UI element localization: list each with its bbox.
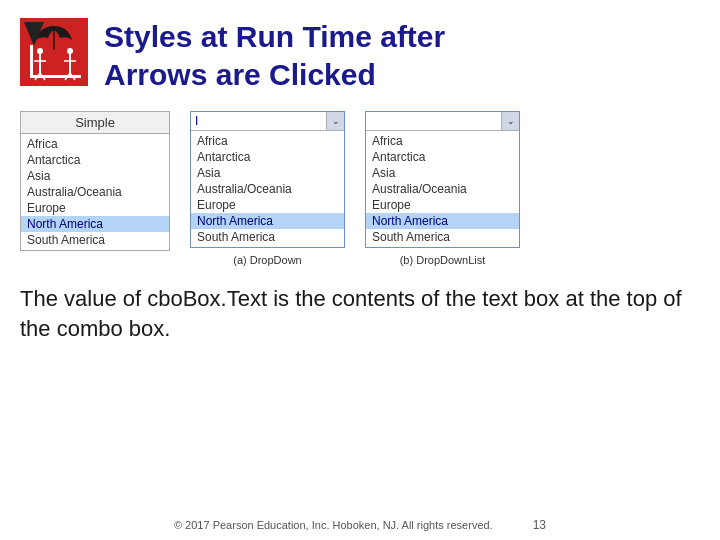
list-item[interactable]: South America [191, 229, 344, 245]
dropdown-text[interactable]: I [191, 112, 326, 130]
dropdown-caption: (a) DropDown [233, 254, 301, 266]
dropdown-arrow-button[interactable]: ⌄ [326, 112, 344, 130]
description-text: The value of cboBox.Text is the contents… [20, 284, 690, 343]
dropdownlist-header: ⌄ [366, 112, 519, 131]
list-item[interactable]: Australia/Oceania [191, 181, 344, 197]
list-item[interactable]: Australia/Oceania [366, 181, 519, 197]
demo-area: Simple Africa Antarctica Asia Australia/… [0, 111, 720, 266]
simple-list: Africa Antarctica Asia Australia/Oceania… [21, 134, 169, 250]
list-item[interactable]: South America [21, 232, 169, 248]
list-item[interactable]: Asia [191, 165, 344, 181]
list-item[interactable]: Africa [21, 136, 169, 152]
list-item[interactable]: South America [366, 229, 519, 245]
dropdownlist-caption: (b) DropDownList [400, 254, 486, 266]
list-item[interactable]: Asia [21, 168, 169, 184]
page-number: 13 [533, 518, 546, 532]
dropdown: I ⌄ Africa Antarctica Asia Australia/Oce… [190, 111, 345, 248]
list-item[interactable]: Asia [366, 165, 519, 181]
dropdown-header: I ⌄ [191, 112, 344, 131]
simple-listbox-header: Simple [21, 112, 169, 134]
list-item-selected[interactable]: North America [21, 216, 169, 232]
dropdownlist-arrow-button[interactable]: ⌄ [501, 112, 519, 130]
list-item[interactable]: Africa [366, 133, 519, 149]
list-item[interactable]: Antarctica [191, 149, 344, 165]
dropdownlist-spacer [366, 112, 501, 130]
dropdownlist-col: ⌄ Africa Antarctica Asia Australia/Ocean… [365, 111, 520, 266]
header: Styles at Run Time after Arrows are Clic… [0, 0, 720, 103]
dropdown-col: I ⌄ Africa Antarctica Asia Australia/Oce… [190, 111, 345, 266]
list-item-selected[interactable]: North America [366, 213, 519, 229]
list-item[interactable]: Antarctica [366, 149, 519, 165]
list-item[interactable]: Antarctica [21, 152, 169, 168]
dropdownlist-list: Africa Antarctica Asia Australia/Oceania… [366, 131, 519, 247]
list-item-selected[interactable]: North America [191, 213, 344, 229]
list-item[interactable]: Europe [366, 197, 519, 213]
list-item[interactable]: Australia/Oceania [21, 184, 169, 200]
list-item[interactable]: Africa [191, 133, 344, 149]
svg-point-3 [37, 48, 43, 54]
logo [20, 18, 88, 86]
list-item[interactable]: Europe [191, 197, 344, 213]
simple-listbox: Simple Africa Antarctica Asia Australia/… [20, 111, 170, 251]
svg-point-8 [67, 48, 73, 54]
dropdownlist: ⌄ Africa Antarctica Asia Australia/Ocean… [365, 111, 520, 248]
page-title: Styles at Run Time after Arrows are Clic… [104, 18, 445, 93]
list-item[interactable]: Europe [21, 200, 169, 216]
copyright-text: © 2017 Pearson Education, Inc. Hoboken, … [174, 519, 493, 531]
dropdown-list: Africa Antarctica Asia Australia/Oceania… [191, 131, 344, 247]
bottom-description: The value of cboBox.Text is the contents… [0, 266, 720, 343]
footer: © 2017 Pearson Education, Inc. Hoboken, … [0, 518, 720, 532]
